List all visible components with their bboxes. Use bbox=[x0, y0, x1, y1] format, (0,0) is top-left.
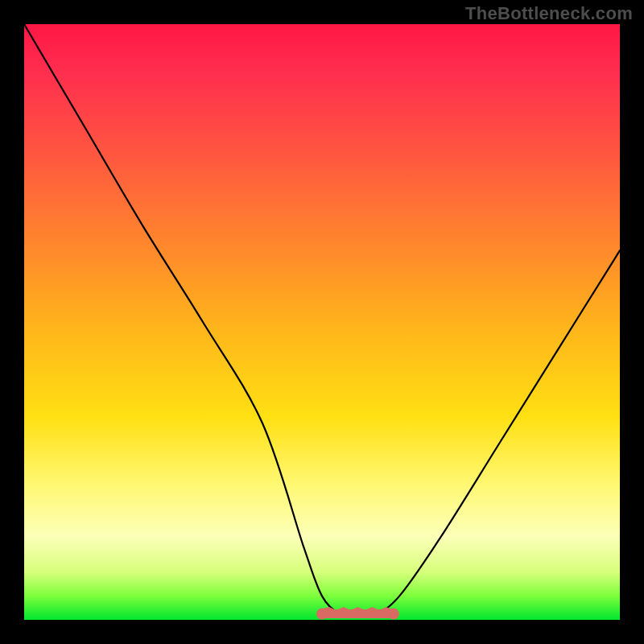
bottleneck-curve bbox=[24, 24, 620, 615]
chart-frame: TheBottleneck.com bbox=[0, 0, 644, 644]
trough-cap-right bbox=[388, 609, 399, 620]
trough-cap-left bbox=[316, 609, 328, 620]
plot-area bbox=[24, 24, 620, 620]
curve-layer bbox=[24, 24, 620, 620]
trough-marker bbox=[316, 609, 399, 620]
watermark-text: TheBottleneck.com bbox=[465, 3, 633, 24]
